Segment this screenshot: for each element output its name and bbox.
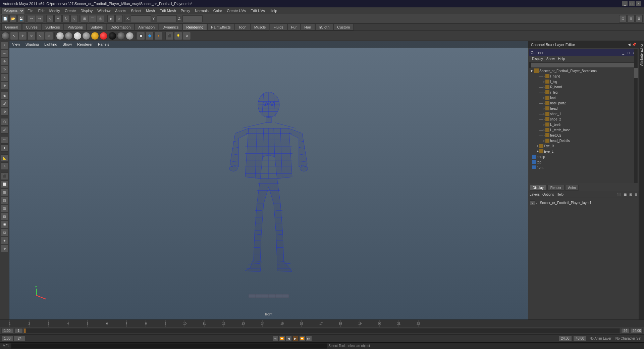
- cb-subtab-options[interactable]: Options: [542, 193, 554, 196]
- paint-select[interactable]: ✏: [1, 50, 8, 57]
- tab-deformation[interactable]: Deformation: [107, 24, 134, 31]
- cb-tab-render[interactable]: Render: [547, 185, 565, 191]
- move-tool[interactable]: ✛: [1, 58, 8, 65]
- new-file-btn[interactable]: 📄: [1, 15, 9, 22]
- cb-icon2[interactable]: ▦: [624, 193, 627, 196]
- play-fwd-btn[interactable]: ▶: [292, 336, 299, 342]
- outliner-display-menu[interactable]: Display: [531, 57, 544, 61]
- undo-btn[interactable]: ↩: [28, 15, 35, 22]
- menu-mesh[interactable]: Mesh: [144, 8, 157, 13]
- outliner-item-persp[interactable]: persp: [529, 154, 638, 159]
- menu-normals[interactable]: Normals: [193, 8, 211, 13]
- cb-expand-btn[interactable]: ◀: [628, 43, 631, 46]
- icon3[interactable]: ▦: [1, 189, 8, 196]
- select-btn[interactable]: ↖: [46, 15, 54, 22]
- rotate-tool[interactable]: ↻: [1, 66, 8, 73]
- tab-polygons[interactable]: Polygons: [64, 24, 86, 31]
- layout-btn1[interactable]: ⊡: [619, 15, 627, 22]
- menu-editmesh[interactable]: Edit Mesh: [158, 8, 178, 13]
- scale-tool[interactable]: ⤡: [1, 74, 8, 81]
- layout-btn3[interactable]: ⊠: [635, 15, 643, 22]
- icon6[interactable]: ▧: [1, 213, 8, 220]
- current-frame-input[interactable]: 1: [14, 328, 23, 334]
- layer-visibility[interactable]: V: [530, 200, 535, 205]
- shelf-shader7[interactable]: [108, 32, 116, 40]
- tab-custom[interactable]: Custom: [333, 24, 354, 31]
- context-dropdown[interactable]: Polygons: [1, 7, 25, 14]
- shelf-shader8[interactable]: [117, 32, 125, 40]
- outliner-minimize[interactable]: _: [621, 51, 626, 55]
- sculpt[interactable]: 🖌: [1, 100, 8, 107]
- x-input[interactable]: [131, 15, 151, 22]
- measure-tool[interactable]: 📐: [1, 154, 8, 162]
- shelf-showmanip[interactable]: ⚙: [183, 32, 191, 40]
- menu-assets[interactable]: Assets: [113, 8, 128, 13]
- outliner-item-top[interactable]: top: [529, 159, 638, 165]
- tab-dynamics[interactable]: Dynamics: [159, 24, 182, 31]
- cb-tab-anim[interactable]: Anim: [565, 185, 579, 191]
- z-input[interactable]: [182, 15, 203, 22]
- tab-muscle[interactable]: Muscle: [251, 24, 270, 31]
- tab-ncloth[interactable]: nCloth: [315, 24, 333, 31]
- tab-toon[interactable]: Toon: [235, 24, 250, 31]
- outliner-item-shoe2[interactable]: —○ shoe_2: [529, 116, 638, 122]
- curve-tool[interactable]: 〜: [1, 136, 8, 144]
- outliner-item-lteeth[interactable]: —○ L_teeth: [529, 122, 638, 127]
- shelf-shader9[interactable]: [126, 32, 134, 40]
- tab-animation[interactable]: Animation: [135, 24, 158, 31]
- outliner-item-lleg[interactable]: —○ l_leg: [529, 79, 638, 84]
- outliner-item-lteethbase[interactable]: —○ L_teeth_base: [529, 127, 638, 133]
- snap-grid-btn[interactable]: ⊞: [81, 15, 88, 22]
- icon5[interactable]: ▥: [1, 205, 8, 212]
- icon9[interactable]: ◈: [1, 237, 8, 244]
- outliner-item-shoe1[interactable]: —○ shoe_1: [529, 111, 638, 116]
- shelf-snap[interactable]: ◎: [45, 32, 53, 40]
- menu-file[interactable]: File: [25, 8, 36, 13]
- annotate-tool[interactable]: A: [1, 162, 8, 170]
- frame-display2[interactable]: 24: [14, 336, 25, 341]
- snap-curve-btn[interactable]: ⌒: [89, 15, 96, 22]
- shelf-shader1[interactable]: [56, 32, 64, 40]
- cb-icon3[interactable]: ⊞: [629, 193, 632, 196]
- outliner-item-rleg[interactable]: —○ r_leg: [529, 90, 638, 95]
- tab-rendering[interactable]: Rendering: [183, 24, 207, 31]
- step-back-btn[interactable]: ⏪: [279, 336, 285, 342]
- select-tool[interactable]: ↖: [1, 42, 8, 49]
- cb-icon1[interactable]: ⬛: [617, 193, 621, 196]
- outliner-item-bodi[interactable]: —○ bodi_part2: [529, 100, 638, 106]
- cb-icon4[interactable]: ⊟: [635, 193, 637, 196]
- redo-btn[interactable]: ↪: [36, 15, 43, 22]
- shelf-arrow[interactable]: ↖: [10, 32, 18, 40]
- y-input[interactable]: [157, 15, 177, 22]
- icon8[interactable]: ◱: [1, 229, 8, 236]
- menu-modify[interactable]: Modify: [47, 8, 62, 13]
- end-frame-input[interactable]: 24: [621, 328, 630, 334]
- render-current-btn[interactable]: ▶: [107, 15, 115, 22]
- menu-display[interactable]: Display: [78, 8, 95, 13]
- outliner-help-menu[interactable]: Help: [557, 57, 567, 61]
- menu-createuvs[interactable]: Create UVs: [225, 8, 248, 13]
- shelf-render[interactable]: 🔷: [146, 32, 154, 40]
- shelf-shader6[interactable]: [100, 32, 108, 40]
- icon7[interactable]: 🔲: [1, 221, 8, 228]
- max-time-input[interactable]: 24.00: [558, 336, 572, 341]
- render-ipr-btn[interactable]: ▷: [115, 15, 123, 22]
- scale-btn[interactable]: ⤡: [70, 15, 78, 22]
- play-back-btn[interactable]: ◀: [286, 336, 292, 342]
- icon4[interactable]: ▤: [1, 197, 8, 204]
- menu-color[interactable]: Color: [211, 8, 224, 13]
- menu-edit[interactable]: Edit: [36, 8, 47, 13]
- soft-mod[interactable]: ◐: [1, 92, 8, 99]
- outliner-item-feet[interactable]: —○ feet: [529, 95, 638, 100]
- outliner-scrollbar[interactable]: [634, 49, 638, 183]
- viewport-view-menu[interactable]: View: [12, 42, 20, 46]
- tab-fur[interactable]: Fur: [287, 24, 301, 31]
- maximize-btn[interactable]: □: [629, 1, 635, 6]
- max-time-input2[interactable]: 48.00: [573, 336, 587, 341]
- shelf-hypershade[interactable]: 🔲: [137, 32, 145, 40]
- menu-proxy[interactable]: Proxy: [179, 8, 192, 13]
- shelf-scale[interactable]: ⤡: [36, 32, 44, 40]
- viewport-shading-menu[interactable]: Shading: [25, 42, 39, 46]
- paint-tool[interactable]: 🖊: [1, 126, 8, 134]
- outliner-scrollbar-thumb[interactable]: [634, 68, 638, 78]
